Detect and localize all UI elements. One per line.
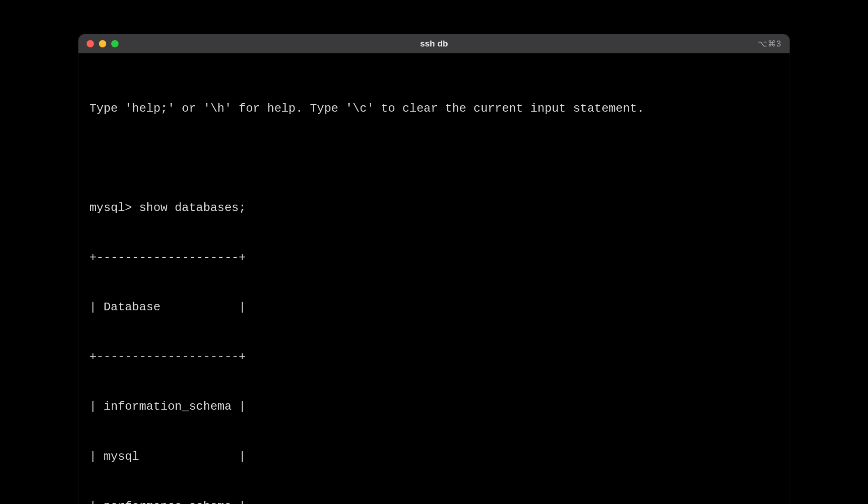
terminal-body[interactable]: Type 'help;' or '\h' for help. Type '\c'…	[78, 53, 790, 504]
traffic-lights	[87, 40, 119, 47]
table-row: | performance_schema |	[89, 498, 779, 504]
close-icon[interactable]	[87, 40, 94, 47]
maximize-icon[interactable]	[111, 40, 119, 47]
table-row: | information_schema |	[89, 398, 779, 415]
table-row: | mysql |	[89, 448, 779, 465]
minimize-icon[interactable]	[99, 40, 106, 47]
table-border: +--------------------+	[89, 349, 779, 365]
terminal-command-line: mysql> show databases;	[89, 200, 779, 216]
table-border: +--------------------+	[89, 249, 779, 266]
terminal-window: ssh db ⌥⌘3 Type 'help;' or '\h' for help…	[78, 34, 790, 504]
terminal-output-line: Type 'help;' or '\h' for help. Type '\c'…	[89, 100, 779, 117]
window-shortcut-indicator: ⌥⌘3	[758, 39, 781, 49]
window-title: ssh db	[420, 39, 448, 49]
table-header: | Database |	[89, 299, 779, 315]
title-bar: ssh db ⌥⌘3	[78, 34, 790, 53]
terminal-blank-line	[89, 150, 779, 166]
